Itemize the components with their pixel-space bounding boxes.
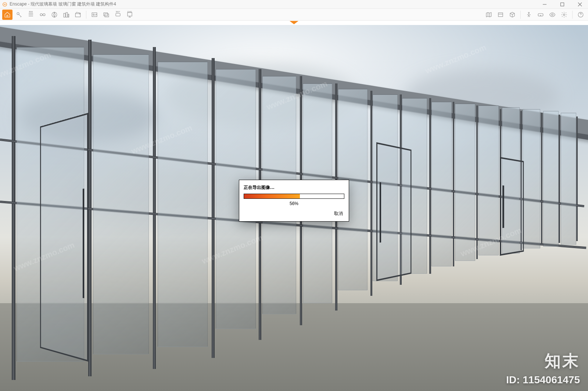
batch-render-button[interactable] bbox=[101, 10, 111, 20]
toolbar-separator bbox=[572, 11, 573, 19]
progress-bar-fill bbox=[244, 194, 300, 198]
visual-eye-button[interactable] bbox=[547, 10, 557, 20]
pivot-door bbox=[500, 157, 524, 256]
svg-point-9 bbox=[40, 14, 42, 16]
dialog-title: 正在导出图像… bbox=[244, 184, 344, 191]
watermark-id: ID: 1154061475 bbox=[506, 374, 580, 386]
toolbar-separator bbox=[520, 11, 521, 19]
help-button[interactable] bbox=[576, 10, 586, 20]
screenshot-button[interactable] bbox=[89, 10, 100, 20]
app-window: Enscape - 现代玻璃幕墙 玻璃门窗 建筑外墙 建筑构件4 BIM 360… bbox=[0, 0, 588, 391]
map-button[interactable] bbox=[484, 10, 494, 20]
app-logo-icon bbox=[2, 2, 7, 7]
pivot-door bbox=[40, 113, 88, 362]
assets-button[interactable] bbox=[61, 10, 71, 20]
walk-button[interactable] bbox=[524, 10, 534, 20]
panorama-button[interactable]: 360° bbox=[113, 10, 123, 20]
svg-point-27 bbox=[563, 14, 565, 15]
cancel-button[interactable]: 取消 bbox=[333, 210, 344, 218]
vr-headset-button[interactable] bbox=[535, 10, 546, 20]
home-button[interactable] bbox=[2, 10, 12, 20]
toolbar-separator bbox=[86, 11, 86, 19]
svg-rect-21 bbox=[128, 12, 132, 16]
progress-bar bbox=[244, 194, 344, 199]
progress-percent-label: 56% bbox=[244, 201, 344, 206]
svg-point-24 bbox=[528, 12, 530, 13]
svg-marker-29 bbox=[290, 21, 298, 24]
pivot-door bbox=[376, 142, 412, 281]
main-toolbar: BIM 360° EXE bbox=[0, 9, 588, 21]
svg-point-5 bbox=[17, 12, 19, 15]
svg-point-11 bbox=[52, 12, 57, 17]
export-progress-dialog: 正在导出图像… 56% 取消 bbox=[239, 180, 349, 222]
svg-rect-19 bbox=[105, 14, 109, 17]
svg-rect-12 bbox=[64, 13, 65, 17]
svg-rect-22 bbox=[498, 12, 503, 17]
window-maximize-button[interactable] bbox=[558, 1, 567, 8]
views-button[interactable] bbox=[37, 10, 48, 20]
svg-rect-13 bbox=[66, 12, 68, 17]
window-minimize-button[interactable] bbox=[540, 1, 549, 8]
license-button[interactable] bbox=[14, 10, 24, 20]
window-close-button[interactable] bbox=[576, 1, 584, 8]
svg-point-10 bbox=[43, 14, 45, 16]
settings-gear-button[interactable] bbox=[559, 10, 569, 20]
window-controls bbox=[540, 1, 584, 8]
render-viewport[interactable]: www.znzmo.com www.znzmo.com www.znzmo.co… bbox=[0, 25, 588, 391]
video-clapper-button[interactable] bbox=[73, 10, 83, 20]
svg-rect-14 bbox=[68, 14, 69, 17]
svg-rect-20 bbox=[116, 13, 120, 16]
watermark-logo: 知末 bbox=[545, 350, 580, 372]
svg-rect-18 bbox=[104, 12, 108, 15]
orbit-compass-button[interactable] bbox=[49, 10, 60, 20]
svg-rect-25 bbox=[538, 14, 543, 16]
svg-point-17 bbox=[93, 14, 94, 15]
title-bar: Enscape - 现代玻璃幕墙 玻璃门窗 建筑外墙 建筑构件4 bbox=[0, 0, 588, 9]
bim-list-button[interactable]: BIM bbox=[26, 10, 36, 20]
toolbar-collapse-chevron[interactable] bbox=[0, 21, 588, 25]
svg-point-26 bbox=[552, 14, 553, 15]
svg-rect-2 bbox=[561, 3, 564, 6]
window-title: Enscape - 现代玻璃幕墙 玻璃门窗 建筑外墙 建筑构件4 bbox=[10, 1, 116, 7]
export-exe-button[interactable]: EXE bbox=[125, 10, 135, 20]
paper-button[interactable] bbox=[495, 10, 506, 20]
cube-button[interactable] bbox=[507, 10, 517, 20]
